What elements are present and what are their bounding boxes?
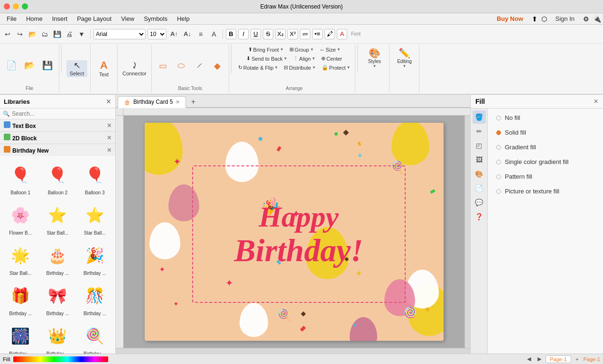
superscript-button[interactable]: X² <box>288 29 298 39</box>
save-button[interactable]: 💾 <box>51 28 63 40</box>
rectangle-button[interactable]: ▭ <box>155 60 172 72</box>
undo-button[interactable]: ↩ <box>2 28 13 40</box>
fill-paint-button[interactable]: 🪣 <box>473 110 486 124</box>
no-fill-option[interactable]: No fill <box>493 112 597 123</box>
menu-symbols[interactable]: Symbols <box>139 14 172 23</box>
birthday-new-close-button[interactable]: ✕ <box>107 147 111 154</box>
select-tool-button[interactable]: ↖ Select <box>66 60 87 77</box>
next-page-nav[interactable]: ▶ <box>535 355 544 364</box>
extension-icon[interactable]: 🔌 <box>593 15 601 23</box>
font-size-select[interactable]: 10 <box>148 29 167 39</box>
lib-item-2[interactable]: 🎈Balloon 3 <box>77 159 112 197</box>
lib-item-9[interactable]: 🎁Birthday ... <box>3 280 38 318</box>
minimize-button[interactable] <box>13 3 19 9</box>
lib-item-13[interactable]: 👑Birthday ... <box>40 320 75 354</box>
prev-page-nav[interactable]: ◀ <box>525 355 533 364</box>
center-button[interactable]: ⊕ Center <box>319 55 344 63</box>
font-family-select[interactable]: Arial <box>93 29 146 39</box>
menu-page-layout[interactable]: Page Layout <box>72 14 116 23</box>
connector-tool-button[interactable]: ⤸ Connector <box>121 60 148 77</box>
libraries-close-button[interactable]: ✕ <box>106 98 111 105</box>
bullet-list-button[interactable]: •≡ <box>312 29 323 39</box>
lib-item-6[interactable]: 🌟Star Ball... <box>3 239 38 278</box>
subscript-button[interactable]: X₂ <box>275 29 286 39</box>
rotate-button[interactable]: ↻ Rotate & Flip ▼ <box>236 64 280 72</box>
solid-fill-option[interactable]: Solid fill <box>493 127 597 138</box>
bold-button[interactable]: B <box>226 29 236 39</box>
menu-file[interactable]: File <box>2 14 21 23</box>
add-page-button[interactable]: + <box>573 355 582 364</box>
quick-access-more[interactable]: ▼ <box>76 28 87 40</box>
shape-button[interactable]: ◆ <box>209 60 226 72</box>
fill-comment-button[interactable]: 💬 <box>473 196 486 209</box>
editing-button[interactable]: ✏️ Editing ▼ <box>392 46 416 70</box>
canvas[interactable]: 🎉 🍭 🍭 🍭 ✦ ✦ ✦ ✦ ✦ ✦ ✦ ◆ <box>123 116 464 348</box>
align-button[interactable]: ⋮ Align ▼ <box>291 55 317 63</box>
fill-close-button[interactable]: ✕ <box>594 98 598 105</box>
add-tab-button[interactable]: + <box>188 97 198 107</box>
font-color-button[interactable]: A <box>337 29 347 39</box>
menu-insert[interactable]: Insert <box>47 14 73 23</box>
sign-in-button[interactable]: Sign In <box>551 14 579 23</box>
open-button[interactable]: 📂 <box>21 60 38 72</box>
lib-item-3[interactable]: 🌸Flower B... <box>3 199 38 237</box>
open-recent-button[interactable]: 🗂 <box>39 28 50 40</box>
size-button[interactable]: ↔ Size ▼ <box>317 46 342 54</box>
protect-button[interactable]: 🔒 Protect ▼ <box>320 64 353 72</box>
picture-fill-option[interactable]: Picture or texture fill <box>493 186 597 197</box>
distribute-button[interactable]: ⊟ Distribute ▼ <box>282 64 317 72</box>
styles-button[interactable]: 🎨 Styles ▼ <box>362 46 386 70</box>
print-button[interactable]: 🖨 <box>64 28 75 40</box>
text-tool-button[interactable]: A Text <box>93 59 114 78</box>
lib-item-14[interactable]: 🍭Birthday ... <box>77 320 112 354</box>
bring-front-dropdown[interactable]: ▼ <box>280 47 284 52</box>
text-box-close-button[interactable]: ✕ <box>107 122 111 129</box>
lib-item-5[interactable]: ⭐Star Ball... <box>77 199 112 237</box>
fill-image-button[interactable]: 🖼 <box>473 153 486 166</box>
card-text-box[interactable]: Happy Birthday! <box>192 165 406 303</box>
menu-view[interactable]: View <box>116 14 139 23</box>
open-file-button[interactable]: 📂 <box>27 28 38 40</box>
bring-front-button[interactable]: ⬆ Bring Front ▼ <box>246 46 286 54</box>
fill-page-button[interactable]: 📄 <box>473 182 486 195</box>
lib-item-11[interactable]: 🎊Birthday ... <box>77 280 112 318</box>
save-file-button[interactable]: 💾 <box>39 60 56 72</box>
group-button[interactable]: ⊞ Group ▼ <box>288 46 316 54</box>
paragraph-align-button[interactable]: ≡ <box>195 28 206 40</box>
search-input[interactable] <box>12 110 112 117</box>
strikethrough-button[interactable]: S <box>263 29 273 39</box>
list-button[interactable]: ≔ <box>300 29 310 39</box>
highlight-button[interactable]: 🖍 <box>325 29 335 39</box>
fill-color-button[interactable]: 🎨 <box>473 167 486 181</box>
birthday-card-tab[interactable]: 🎂 Birthday Card 5 ✕ <box>118 96 186 108</box>
color-palette-bar[interactable] <box>13 356 108 362</box>
lib-item-10[interactable]: 🎀Birthday ... <box>40 280 75 318</box>
share-icon[interactable]: ⬆ <box>532 15 538 23</box>
lib-item-1[interactable]: 🎈Balloon 2 <box>40 159 75 197</box>
vertical-scrollbar[interactable] <box>464 116 470 348</box>
2d-block-close-button[interactable]: ✕ <box>107 135 111 141</box>
close-button[interactable] <box>4 3 10 9</box>
share-arrow-icon[interactable]: ⬡ <box>541 15 547 23</box>
pattern-fill-option[interactable]: Pattern fill <box>493 171 597 182</box>
underline-button[interactable]: U <box>250 29 261 39</box>
fill-help-button[interactable]: ❓ <box>473 210 486 223</box>
tab-close-button[interactable]: ✕ <box>176 99 180 105</box>
lib-item-7[interactable]: 🎂Birthday ... <box>40 239 75 278</box>
maximize-button[interactable] <box>22 3 28 9</box>
buy-now-button[interactable]: Buy Now <box>492 14 528 23</box>
birthday-card[interactable]: 🎉 🍭 🍭 🍭 ✦ ✦ ✦ ✦ ✦ ✦ ✦ ◆ <box>145 123 444 341</box>
fill-pencil-button[interactable]: ✏ <box>473 125 486 138</box>
ellipse-button[interactable]: ⬭ <box>173 60 190 72</box>
gradient-fill-option[interactable]: Gradient fill <box>493 142 597 153</box>
horizontal-scrollbar[interactable] <box>116 348 470 354</box>
line-button[interactable]: ⟋ <box>191 60 208 72</box>
fill-shadow-button[interactable]: ◰ <box>473 139 486 152</box>
lib-item-0[interactable]: 🎈Balloon 1 <box>3 159 38 197</box>
text-color-button[interactable]: A <box>208 28 220 40</box>
single-gradient-option[interactable]: Single color gradient fill <box>493 156 597 167</box>
decrease-font-size-button[interactable]: A↓ <box>182 28 193 40</box>
italic-button[interactable]: I <box>238 29 249 39</box>
redo-button[interactable]: ↪ <box>14 28 26 40</box>
lib-item-8[interactable]: 🎉Birthday ... <box>77 239 112 278</box>
